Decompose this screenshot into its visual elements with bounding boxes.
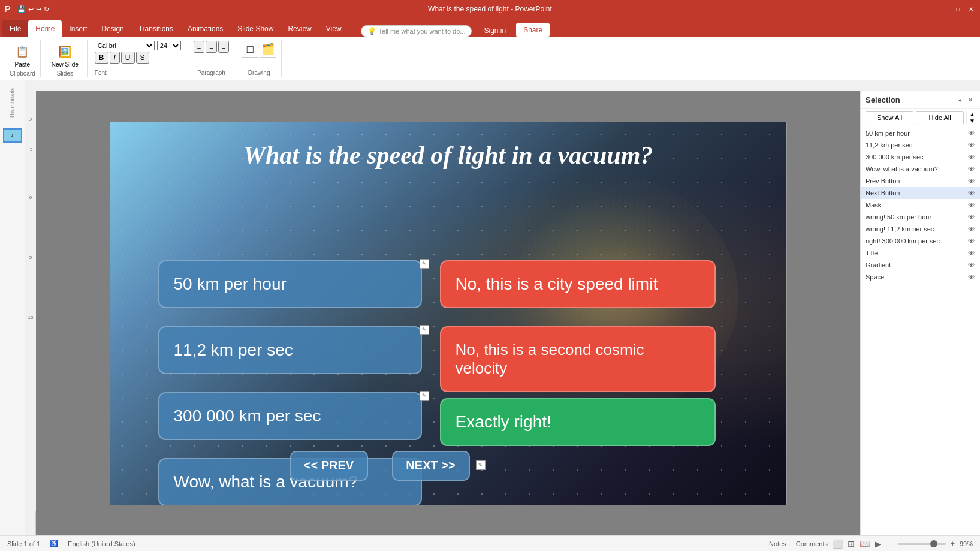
normal-view-button[interactable]: ⬜: [833, 539, 843, 549]
choice-1-text: 50 km per hour: [174, 275, 287, 294]
panel-item-prev-btn[interactable]: Prev Button 👁: [861, 175, 980, 187]
ruler-vertical-marks: -8 -5 0 5 10: [25, 91, 36, 511]
panel-close-button[interactable]: ✕: [966, 95, 975, 104]
eye-icon-11[interactable]: 👁: [968, 261, 975, 269]
next-button[interactable]: NEXT >>: [392, 451, 470, 481]
prev-button[interactable]: << PREV: [290, 451, 368, 481]
panel-item-vacuum[interactable]: Wow, what is a vacuum? 👁: [861, 163, 980, 175]
quick-access-undo[interactable]: ↩: [28, 5, 34, 13]
choice-3-drag-handle[interactable]: ✎: [420, 391, 429, 401]
show-all-button[interactable]: Show All: [866, 111, 913, 124]
panel-collapse-button[interactable]: ◂: [955, 95, 964, 104]
vertical-ruler: -8 -5 0 5 10: [25, 91, 36, 535]
eye-icon-6[interactable]: 👁: [968, 201, 975, 209]
tab-home[interactable]: Home: [28, 20, 62, 37]
reorder-down-button[interactable]: ▼: [969, 118, 975, 124]
panel-item-next-btn[interactable]: Next Button 👁: [861, 187, 980, 199]
choice-2-drag-handle[interactable]: ✎: [420, 325, 429, 335]
tab-view[interactable]: View: [319, 20, 349, 37]
zoom-slider[interactable]: [898, 543, 946, 545]
minimize-button[interactable]: —: [940, 5, 949, 13]
tab-transitions[interactable]: Transitions: [131, 20, 180, 37]
slide-title[interactable]: What is the speed of light in a vacuum?: [158, 140, 738, 170]
eye-icon-9[interactable]: 👁: [968, 237, 975, 245]
eye-icon-7[interactable]: 👁: [968, 213, 975, 221]
font-family-select[interactable]: Calibri: [95, 41, 155, 50]
zoom-percentage[interactable]: 99%: [960, 540, 973, 547]
panel-item-wrong-112km[interactable]: wrong! 11,2 km per sec 👁: [861, 223, 980, 235]
panel-item-space[interactable]: Space 👁: [861, 271, 980, 283]
nav-drag-handle[interactable]: ✎: [476, 460, 486, 470]
close-button[interactable]: ✕: [967, 5, 975, 13]
zoom-in-button[interactable]: +: [951, 540, 955, 548]
feedback-3-button[interactable]: Exactly right!: [440, 398, 716, 446]
zoom-out-button[interactable]: —: [886, 540, 893, 548]
slide-sorter-button[interactable]: ⊞: [848, 539, 855, 549]
eye-icon-10[interactable]: 👁: [968, 249, 975, 257]
svg-text:5: 5: [29, 255, 32, 260]
tell-me-input[interactable]: 💡 Tell me what you want to do...: [361, 25, 472, 37]
panel-controls: ◂ ✕: [955, 95, 975, 104]
panel-item-right-300000km[interactable]: right! 300 000 km per sec 👁: [861, 235, 980, 247]
reading-view-button[interactable]: 📖: [860, 539, 870, 549]
panel-item-300000km[interactable]: 300 000 km per sec 👁: [861, 151, 980, 163]
align-left-button[interactable]: ≡: [194, 41, 204, 53]
ribbon-group-clipboard: 📋 Paste Clipboard: [5, 40, 41, 77]
panel-item-gradient[interactable]: Gradient 👁: [861, 259, 980, 271]
eye-icon-3[interactable]: 👁: [968, 165, 975, 173]
maximize-button[interactable]: □: [954, 5, 962, 13]
tab-insert[interactable]: Insert: [62, 20, 94, 37]
bold-button[interactable]: B: [95, 52, 108, 64]
sign-in-button[interactable]: Sign in: [477, 24, 513, 37]
strikethrough-button[interactable]: S: [136, 52, 149, 64]
paste-button[interactable]: 📋 Paste: [10, 41, 34, 70]
slideshow-button[interactable]: ▶: [875, 539, 881, 549]
quick-access-redo[interactable]: ↪: [36, 5, 41, 13]
choice-2-button[interactable]: 11,2 km per sec: [158, 326, 422, 374]
comments-button[interactable]: Comments: [796, 540, 828, 547]
prev-button-label: << PREV: [304, 459, 354, 472]
tab-file[interactable]: File: [2, 20, 28, 37]
ribbon: File Home Insert Design Transitions Anim…: [0, 18, 980, 80]
underline-button[interactable]: U: [121, 52, 135, 64]
tab-review[interactable]: Review: [281, 20, 318, 37]
reorder-up-button[interactable]: ▲: [969, 111, 975, 118]
choice-3-button[interactable]: 300 000 km per sec: [158, 392, 422, 440]
slide-thumbnail-1[interactable]: 1: [3, 128, 22, 143]
feedback-2-button[interactable]: No, this is a second cosmic velocity: [440, 326, 716, 392]
quick-access-repeat[interactable]: ↻: [44, 5, 49, 13]
notes-button[interactable]: Notes: [769, 540, 786, 547]
choice-1-button[interactable]: 50 km per hour: [158, 260, 422, 308]
panel-item-50km[interactable]: 50 km per hour 👁: [861, 127, 980, 139]
tab-design[interactable]: Design: [94, 20, 131, 37]
eye-icon-5[interactable]: 👁: [968, 189, 975, 197]
accessibility-icon[interactable]: ♿: [50, 540, 58, 547]
shape-picker[interactable]: □: [242, 41, 258, 58]
panel-item-mask[interactable]: Mask 👁: [861, 199, 980, 211]
hide-all-button[interactable]: Hide All: [916, 111, 964, 124]
share-button[interactable]: Share: [515, 23, 550, 37]
tab-slideshow[interactable]: Slide Show: [230, 20, 281, 37]
feedback-1-button[interactable]: No, this is a city speed limit: [440, 260, 716, 308]
panel-item-112km[interactable]: 11,2 km per sec 👁: [861, 139, 980, 151]
italic-button[interactable]: I: [110, 52, 120, 64]
align-right-button[interactable]: ≡: [218, 41, 229, 53]
new-slide-button[interactable]: 🖼️ New Slide: [48, 41, 82, 70]
panel-items-list: 50 km per hour 👁 11,2 km per sec 👁 300 0…: [861, 127, 980, 535]
arrange-button[interactable]: 🗂️: [260, 41, 276, 58]
eye-icon-1[interactable]: 👁: [968, 141, 975, 149]
eye-icon-4[interactable]: 👁: [968, 177, 975, 185]
panel-item-wrong-50km[interactable]: wrong! 50 km per hour 👁: [861, 211, 980, 223]
panel-item-title[interactable]: Title 👁: [861, 247, 980, 259]
tab-animations[interactable]: Animations: [180, 20, 230, 37]
eye-icon-12[interactable]: 👁: [968, 273, 975, 281]
font-size-select[interactable]: 24: [157, 41, 181, 50]
language-display[interactable]: English (United States): [68, 540, 135, 547]
slide-count: Slide 1 of 1: [7, 540, 40, 547]
eye-icon-2[interactable]: 👁: [968, 153, 975, 161]
eye-icon-0[interactable]: 👁: [968, 129, 975, 137]
choice-1-drag-handle[interactable]: ✎: [420, 259, 429, 269]
eye-icon-8[interactable]: 👁: [968, 225, 975, 233]
quick-access-save[interactable]: 💾: [17, 5, 26, 13]
align-center-button[interactable]: ≡: [206, 41, 216, 53]
